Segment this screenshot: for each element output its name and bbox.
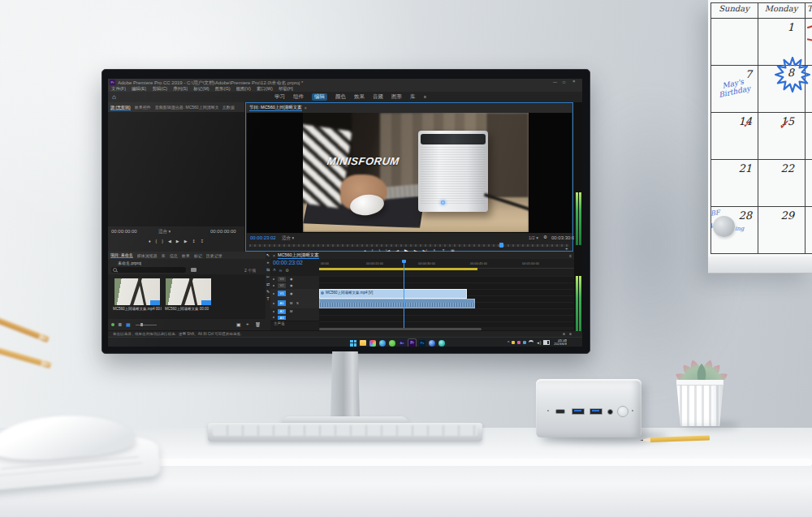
insert-icon[interactable]: ↥: [192, 239, 196, 243]
battery-icon[interactable]: [543, 340, 550, 345]
menu-markers[interactable]: 标记(M): [193, 86, 209, 92]
track-badge[interactable]: V2: [278, 283, 286, 288]
usb-a-port[interactable]: [572, 408, 585, 415]
after-effects-icon[interactable]: Ae: [399, 340, 405, 347]
menu-edit[interactable]: 编辑(E): [132, 86, 146, 92]
clip-thumbnail[interactable]: [114, 278, 160, 305]
close-icon[interactable]: ×: [304, 106, 307, 110]
lock-icon[interactable]: [273, 285, 274, 287]
snap-icon[interactable]: ∪: [273, 268, 276, 273]
source-fit-dropdown[interactable]: 适合 ▾: [158, 229, 171, 235]
usb-a-port[interactable]: [590, 408, 603, 415]
new-item-icon[interactable]: +: [246, 321, 249, 326]
linked-selection-icon[interactable]: ∞: [279, 268, 283, 273]
tab-source[interactable]: 源:(无剪辑): [110, 105, 131, 110]
settings-wrench-icon[interactable]: ⚙: [543, 235, 547, 239]
track-badge[interactable]: V1: [278, 291, 286, 296]
menu-help[interactable]: 帮助(H): [279, 86, 294, 92]
menu-view[interactable]: 视图(V): [236, 86, 251, 92]
out-point-icon[interactable]: }: [162, 239, 163, 243]
mute-icon[interactable]: M: [290, 309, 292, 313]
timeline-playhead-grip[interactable]: [402, 260, 406, 263]
workspace-edit[interactable]: 编辑: [312, 93, 327, 101]
list-view-icon[interactable]: ≣: [118, 321, 122, 327]
tab-effects[interactable]: 效果: [182, 253, 190, 258]
home-icon[interactable]: ⌂: [112, 93, 116, 101]
icon-view-icon[interactable]: ▦: [126, 321, 131, 327]
trash-icon[interactable]: [256, 322, 260, 327]
premiere-icon-active[interactable]: Pr: [408, 339, 416, 347]
close-icon[interactable]: ×: [273, 253, 275, 258]
edge-beta-icon[interactable]: [429, 340, 435, 347]
tab-markers[interactable]: 标记: [194, 253, 202, 258]
workspace-effects[interactable]: 效果: [354, 93, 365, 101]
workspace-audio[interactable]: 音频: [373, 93, 383, 101]
tray-app-icon[interactable]: [512, 341, 515, 344]
track-badge[interactable]: A3: [278, 316, 286, 320]
tab-libraries[interactable]: 库: [162, 253, 166, 258]
tab-sequence[interactable]: MC560上同清晰文案: [278, 252, 319, 259]
tray-chevron-icon[interactable]: ^: [508, 340, 509, 345]
tab-effect-controls[interactable]: 效果控件: [135, 105, 151, 110]
track-badge[interactable]: A2: [278, 309, 286, 314]
tab-history[interactable]: 历史记录: [206, 253, 222, 258]
overwrite-icon[interactable]: ↧: [201, 239, 204, 243]
menu-file[interactable]: 文件(F): [111, 86, 126, 92]
play-icon[interactable]: ▶: [176, 239, 179, 243]
eye-icon[interactable]: ◉: [290, 283, 293, 287]
tab-program[interactable]: 节目: MC560上同清晰文案: [249, 105, 302, 111]
file-explorer-icon[interactable]: [360, 340, 366, 346]
timeline-scrollbar[interactable]: [319, 328, 482, 330]
timeline-playhead[interactable]: [404, 260, 404, 330]
line-app-icon[interactable]: [389, 340, 395, 347]
volume-icon[interactable]: ◄): [536, 341, 541, 345]
audio-jack[interactable]: [607, 409, 613, 415]
tab-media-browser[interactable]: 媒体浏览器: [137, 253, 158, 258]
workspace-overflow-icon[interactable]: »: [424, 94, 427, 100]
step-forward-icon[interactable]: ▶: [184, 239, 188, 243]
workspace-color[interactable]: 颜色: [335, 93, 346, 101]
audio-clip[interactable]: [319, 299, 475, 308]
tab-audio-clip-mixer[interactable]: 音频剪辑混合器: MC560上同清晰文案: [155, 105, 218, 110]
keyboard[interactable]: [208, 423, 482, 442]
tab-info[interactable]: 信息: [170, 253, 178, 258]
lock-icon[interactable]: [273, 317, 274, 318]
minimize-button[interactable]: —: [553, 80, 557, 84]
search-input[interactable]: [111, 267, 186, 273]
usb-c-port[interactable]: [555, 409, 565, 414]
taskbar-clock[interactable]: 16:38 2023/6/8: [554, 339, 567, 347]
add-button-icon[interactable]: +: [565, 246, 568, 251]
project-file-name[interactable]: 未命名.prproj: [118, 261, 141, 265]
capcut-icon[interactable]: [438, 340, 445, 347]
timeline-timecode[interactable]: 00:00:23:02: [273, 260, 303, 265]
clip-name[interactable]: MC560上同清晰文案.mp4 00:00: [113, 307, 162, 311]
workspace-assembly[interactable]: 组件: [293, 93, 304, 101]
maximize-button[interactable]: □: [563, 80, 565, 84]
tab-project[interactable]: 项目: 未命名: [110, 252, 133, 258]
panel-menu-icon[interactable]: ≡: [569, 253, 572, 258]
master-track-label[interactable]: 主声道: [274, 321, 285, 325]
menu-graphics[interactable]: 图形(G): [215, 86, 231, 92]
zoom-slider[interactable]: [136, 325, 157, 325]
menu-sequence[interactable]: 序列(S): [173, 86, 188, 92]
readonly-toggle-icon[interactable]: [111, 323, 114, 326]
lock-icon[interactable]: [273, 293, 274, 295]
start-button[interactable]: [350, 340, 356, 347]
edge-icon[interactable]: [379, 340, 386, 347]
lock-icon[interactable]: [273, 311, 274, 312]
menu-clip[interactable]: 剪辑(C): [152, 86, 167, 92]
in-point-icon[interactable]: {: [156, 239, 158, 243]
folder-icon[interactable]: [191, 268, 197, 272]
lock-icon[interactable]: [273, 278, 274, 280]
eye-icon[interactable]: ◉: [290, 291, 293, 295]
tray-app-icon[interactable]: [517, 341, 520, 344]
photoshop-icon[interactable]: Ps: [419, 340, 425, 347]
timeline-settings-icon[interactable]: ⚙: [285, 268, 288, 273]
menu-window[interactable]: 窗口(W): [257, 86, 273, 92]
workspace-graphics[interactable]: 图形: [391, 93, 402, 101]
lock-icon[interactable]: [273, 303, 274, 304]
program-resolution-dropdown[interactable]: 1/2 ▾: [529, 235, 538, 240]
workspace-learn[interactable]: 学习: [274, 93, 285, 101]
new-bin-icon[interactable]: ▣: [236, 321, 241, 327]
step-back-icon[interactable]: ◀: [168, 239, 171, 243]
